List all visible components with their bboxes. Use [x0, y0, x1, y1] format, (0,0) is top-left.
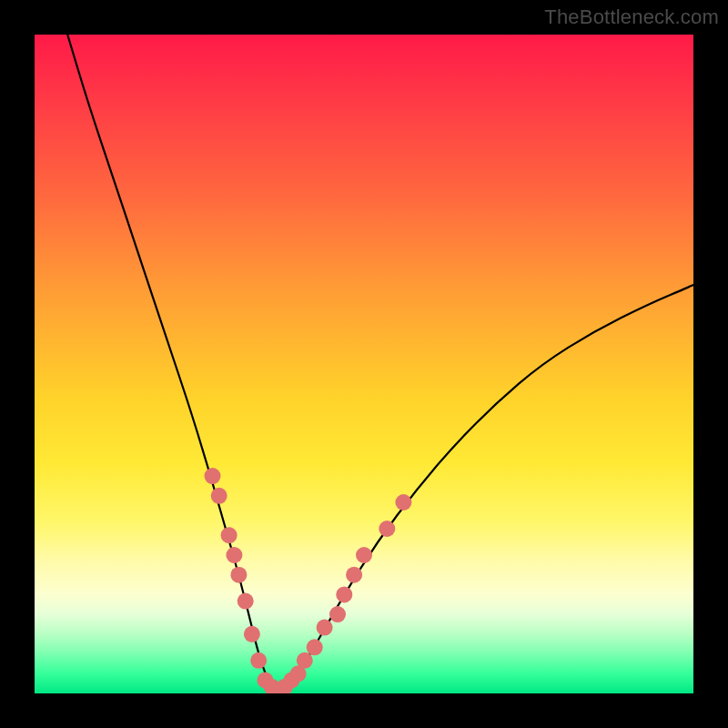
- highlight-dot: [250, 652, 267, 669]
- highlight-dot: [395, 494, 411, 511]
- highlight-dot: [307, 639, 323, 655]
- plot-area: [35, 35, 693, 693]
- highlight-dot: [346, 567, 362, 583]
- highlight-dots: [205, 468, 412, 693]
- highlight-dot: [230, 567, 247, 583]
- highlight-dot: [336, 586, 352, 602]
- watermark-label: TheBottleneck.com: [544, 5, 719, 29]
- highlight-dot: [329, 606, 346, 622]
- curve-layer: [35, 35, 693, 693]
- highlight-dot: [205, 468, 221, 484]
- highlight-dot: [317, 620, 333, 636]
- highlight-dot: [297, 652, 313, 669]
- highlight-dot: [221, 527, 238, 543]
- bottleneck-curve: [67, 35, 693, 692]
- highlight-dot: [211, 488, 228, 504]
- highlight-dot: [226, 547, 242, 563]
- highlight-dot: [238, 593, 254, 610]
- highlight-dot: [244, 626, 260, 642]
- highlight-dot: [379, 521, 395, 537]
- chart-frame: TheBottleneck.com: [0, 0, 728, 728]
- highlight-dot: [356, 547, 372, 563]
